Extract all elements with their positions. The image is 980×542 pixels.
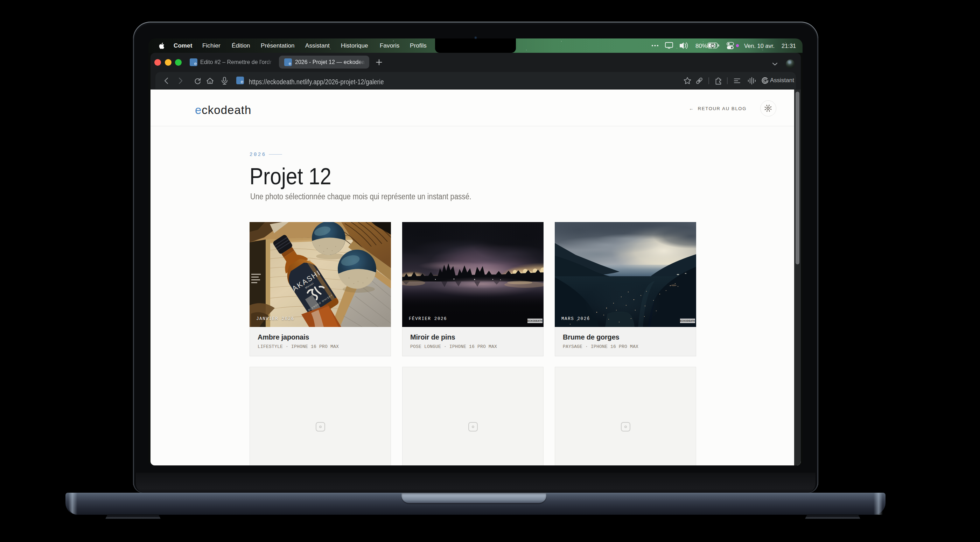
- svg-text:80%: 80%: [695, 43, 707, 49]
- svg-text:21:31: 21:31: [781, 43, 796, 49]
- svg-text:Ven. 10 avr.: Ven. 10 avr.: [744, 43, 775, 49]
